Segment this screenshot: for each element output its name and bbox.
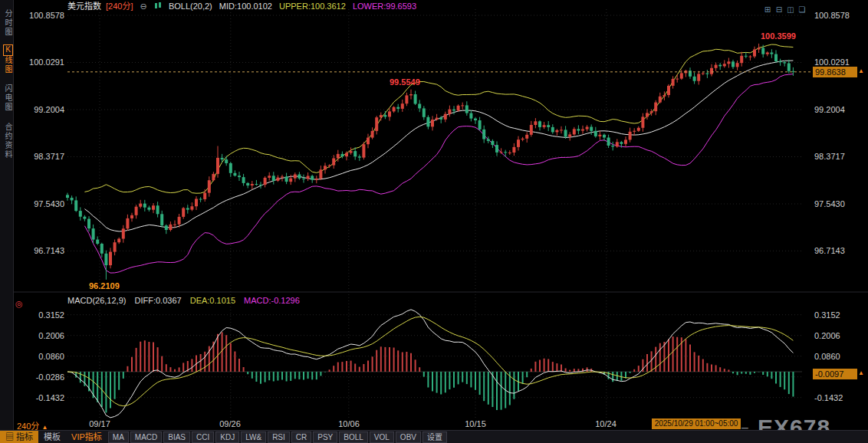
indicator-button-boll[interactable]: BOLL xyxy=(339,432,368,443)
date-axis-label: 10/24 xyxy=(589,419,623,428)
bollinger-layer xyxy=(84,44,793,273)
price-axis-label: 98.3717 xyxy=(21,152,64,161)
candlestick-icon xyxy=(154,2,162,11)
macd-axis-label: 0.2006 xyxy=(814,331,860,340)
panel-icon: ▤ xyxy=(5,432,14,441)
annotation-mid-peak: 99.5549 xyxy=(390,77,420,87)
macd-diff-value: DIFF:0.0367 xyxy=(134,296,181,305)
layout-quad-icon[interactable]: ❏ xyxy=(797,5,807,15)
indicator-button-ma[interactable]: MA xyxy=(108,432,129,443)
tab-indicators[interactable]: ▤ 指标 xyxy=(0,431,38,443)
price-axis-label: 97.5430 xyxy=(21,199,64,208)
indicator-button-cci[interactable]: CCI xyxy=(192,432,214,443)
price-axis-label: 97.5430 xyxy=(814,199,860,208)
window-layout-icons: ⊞⊟◫❏ xyxy=(763,2,809,15)
macd-macd-value: MACD:-0.1296 xyxy=(244,296,300,305)
settings-button[interactable]: 设置 xyxy=(422,432,447,443)
sidebar-item-time-chart[interactable]: 分时图 xyxy=(2,9,14,37)
indicator-button-psy[interactable]: PSY xyxy=(313,432,337,443)
indicator-button-macd[interactable]: MACD xyxy=(130,432,162,443)
price-axis-label: 99.2004 xyxy=(814,105,860,114)
macd-histogram-layer xyxy=(67,332,793,412)
macd-axis-label: -0.0286 xyxy=(21,372,64,382)
sidebar-item-contract-info[interactable]: 合约资料 xyxy=(2,123,14,159)
sidebar-item-kline-chart[interactable]: K线图 xyxy=(2,44,14,74)
last-price-tag: 99.8638 xyxy=(813,67,857,77)
indicator-button-bias[interactable]: BIAS xyxy=(163,432,190,443)
trading-app-window: 分时图 K线图 闪电图 合约资料 美元指数[240分] ⊖ BOLL(20,2)… xyxy=(0,0,868,443)
tab-templates[interactable]: 模板 xyxy=(38,431,66,443)
date-axis-label: 10/06 xyxy=(332,419,366,428)
price-axis-label: 100.0291 xyxy=(21,57,64,67)
sidebar: 分时图 K线图 闪电图 合约资料 xyxy=(0,0,14,443)
boll-upper-value: UPPER:100.3612 xyxy=(279,2,346,11)
kline-k-badge: K xyxy=(3,44,13,56)
price-tag-up-arrow-icon: ▲ xyxy=(858,67,864,74)
indicator-button-lw[interactable]: LW& xyxy=(241,432,266,443)
grid-layer xyxy=(14,9,868,418)
macd-tag-up-arrow-icon: ▲ xyxy=(858,369,864,376)
date-axis-label: 09/17 xyxy=(83,419,117,428)
price-axis-label: 98.3717 xyxy=(814,152,860,161)
boll-lower-value: LOWER:99.6593 xyxy=(353,2,416,11)
macd-axis-label: 0.3152 xyxy=(21,310,64,320)
macd-lines-layer xyxy=(67,310,793,418)
macd-header: MACD(26,12,9) DIFF:0.0367 DEA:0.1015 MAC… xyxy=(67,296,306,305)
layout-split-horizontal-icon[interactable]: ⊟ xyxy=(774,5,784,15)
period-label: [240分] xyxy=(106,2,133,11)
price-axis-label: 96.7143 xyxy=(814,246,860,255)
layout-split-vertical-icon[interactable]: ◫ xyxy=(786,5,795,15)
macd-axis-label: 0.0860 xyxy=(21,352,64,361)
layout-grid-icon[interactable]: ⊞ xyxy=(763,5,772,15)
symbol-name: 美元指数 xyxy=(67,2,101,11)
indicator-button-rsi[interactable]: RSI xyxy=(268,432,290,443)
indicator-button-obv[interactable]: OBV xyxy=(396,432,421,443)
macd-title: MACD(26,12,9) xyxy=(67,296,126,305)
indicator-button-cr[interactable]: CR xyxy=(291,432,311,443)
indicator-button-kdj[interactable]: KDJ xyxy=(215,432,239,443)
boll-mid-value: MID:100.0102 xyxy=(219,2,272,11)
kline-label: 线图 xyxy=(4,56,12,74)
price-axis-label: 100.8578 xyxy=(21,11,64,20)
price-axis-label: 99.2004 xyxy=(21,105,64,114)
sidebar-item-flash-chart[interactable]: 闪电图 xyxy=(2,84,14,112)
candles-layer xyxy=(66,44,794,280)
indicator-button-vol[interactable]: VOL xyxy=(370,432,394,443)
boll-indicator-label: BOLL(20,2) xyxy=(169,2,212,11)
price-axis-label: 100.0291 xyxy=(814,57,860,67)
macd-axis-label: -0.1432 xyxy=(21,393,64,402)
macd-last-value-tag: -0.0097 xyxy=(813,369,857,379)
macd-axis-label: -0.1432 xyxy=(814,393,860,402)
date-axis-label: 09/26 xyxy=(213,419,247,428)
macd-axis-label: 0.3152 xyxy=(814,310,860,320)
chart-header: 美元指数[240分] ⊖ BOLL(20,2) MID:100.0102 UPP… xyxy=(67,0,421,12)
macd-dea-value: DEA:0.1015 xyxy=(190,296,235,305)
annotation-high: 100.3599 xyxy=(761,31,796,41)
date-axis-label: 10/15 xyxy=(459,419,492,428)
tab-indicators-label: 指标 xyxy=(16,432,33,441)
macd-axis-label: 0.0860 xyxy=(814,352,860,361)
price-axis-label: 100.8578 xyxy=(814,11,860,20)
indicator-marker-icon[interactable]: ◎ xyxy=(15,299,23,309)
zoom-out-icon[interactable]: ⊖ xyxy=(140,2,147,11)
tab-vip-indicators[interactable]: VIP指标 xyxy=(66,431,107,443)
annotation-low: 96.2109 xyxy=(89,281,120,290)
macd-axis-label: 0.2006 xyxy=(21,331,64,340)
bottom-toolbar: ▤ 指标 模板 VIP指标 MA MACD BIAS CCI KDJ LW& R… xyxy=(0,430,868,443)
chart-canvas[interactable] xyxy=(0,0,868,443)
price-axis-label: 96.7143 xyxy=(21,246,64,255)
current-bar-datetime-tag: 2025/10/29 01:00~05:00 xyxy=(652,418,741,429)
